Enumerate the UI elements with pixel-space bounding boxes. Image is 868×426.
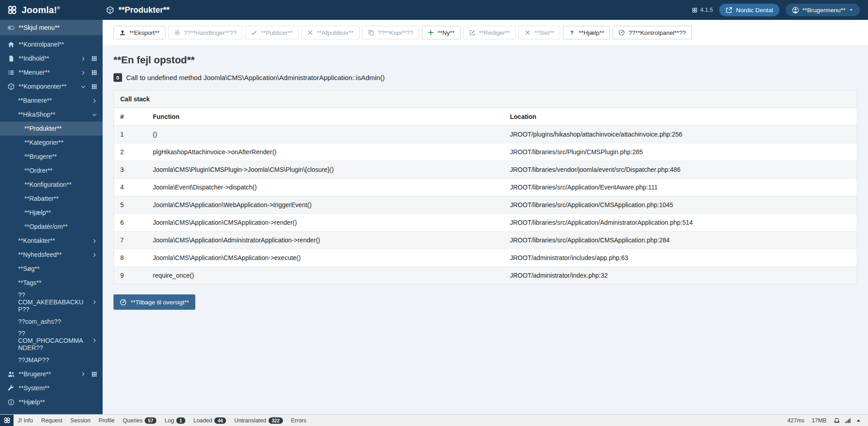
site-preview-button[interactable]: Nordic Dental: [719, 4, 779, 16]
toggle-menu-button[interactable]: **Skjul menu**: [0, 20, 103, 35]
caret-up-icon[interactable]: [855, 417, 862, 424]
debug-item-label: Untranslated: [234, 417, 266, 424]
grid-icon[interactable]: [91, 371, 97, 377]
sidebar-item-controls: [89, 238, 97, 244]
file-icon: [8, 55, 14, 62]
debug-item-queries[interactable]: Queries57: [119, 415, 160, 426]
callstack-row: 5Joomla\CMS\Application\WebApplication->…: [114, 196, 857, 214]
toolbar-button-eksport[interactable]: **Eksport**: [113, 26, 165, 39]
cell-function: require_once(): [146, 267, 504, 284]
grid-icon[interactable]: [91, 84, 97, 90]
toolbar-button-ny[interactable]: **Ny**: [422, 26, 461, 39]
callstack-header-row: # Function Location: [114, 108, 857, 126]
cell-number: 7: [114, 232, 146, 249]
column-header-number: #: [114, 108, 146, 126]
cogs-icon: [174, 29, 180, 36]
grid-icon[interactable]: [91, 70, 97, 76]
sidebar-item-rabatter[interactable]: **Rabatter**: [0, 192, 103, 206]
debug-item-session[interactable]: Session: [66, 415, 94, 426]
toolbar-button-kopi: ??**Kopi**??: [362, 26, 419, 39]
chevron-right-icon: [92, 252, 97, 258]
cell-function: Joomla\CMS\Application\CMSApplication->e…: [146, 249, 504, 267]
cell-function: Joomla\CMS\Application\AdministratorAppl…: [146, 232, 504, 249]
sidebar-item-jmap[interactable]: ??JMAP??: [0, 353, 103, 367]
sidebar-item-indhold[interactable]: **Indhold**: [0, 52, 103, 66]
sidebar-item-kategorier[interactable]: **Kategorier**: [0, 136, 103, 150]
sidebar-item-hikashop[interactable]: **HikaShop**: [0, 108, 103, 122]
tray-icon[interactable]: [834, 417, 840, 424]
sidebar-item-brugere[interactable]: **Brugere**: [0, 150, 103, 164]
sidebar-item-hjælp[interactable]: **Hjælp**: [0, 206, 103, 220]
callstack-row: 3Joomla\CMS\Plugin\CMSPlugin->Joomla\CMS…: [114, 161, 857, 179]
sidebar-item-label: **Komponenter**: [19, 83, 66, 90]
sidebar-item-label: **Indhold**: [19, 55, 49, 62]
sidebar-item-controls: [89, 252, 97, 258]
sidebar-item-bannere[interactable]: **Bannere**: [0, 94, 103, 108]
debug-item-errors[interactable]: Errors: [287, 415, 311, 426]
sidebar-item-produkter[interactable]: **Produkter**: [0, 122, 103, 136]
debug-item-j-info[interactable]: J! Info: [14, 415, 37, 426]
joomla-debug-icon: [4, 417, 10, 424]
sidebar-item-ordrer[interactable]: **Ordrer**: [0, 164, 103, 178]
back-to-dashboard-button[interactable]: **Tilbage til oversigt**: [113, 294, 195, 310]
sidebar-item-kontrolpanel[interactable]: **Kontrolpanel**: [0, 38, 103, 52]
callstack-row: 9require_once()JROOT/administrator/index…: [114, 267, 857, 284]
sidebar-item-com-akeebabackup[interactable]: ??COM_AKEEBABACKUP??: [0, 290, 103, 314]
sidebar-item-hjælp[interactable]: **Hjælp**: [0, 395, 103, 409]
sidebar-item-label: **Søg**: [18, 265, 39, 272]
sidebar-item-menuer[interactable]: **Menuer**: [0, 66, 103, 80]
sidebar-item-nyhedsfeed[interactable]: **Nyhedsfeed**: [0, 248, 103, 262]
debug-item-loaded[interactable]: Loaded44: [189, 415, 230, 426]
cell-number: 5: [114, 196, 146, 214]
toolbar-button-label: ??**Kontrolpanel**??: [628, 29, 686, 36]
debug-item-untranslated[interactable]: Untranslated322: [230, 415, 287, 426]
chevron-down-icon: [80, 84, 86, 90]
toolbar-button-hjælp[interactable]: ?**Hjælp**: [563, 26, 610, 39]
grid-icon[interactable]: [91, 56, 97, 62]
error-message: 0 Call to undefined method Joomla\CMS\Ap…: [113, 73, 857, 82]
signal-icon[interactable]: [844, 417, 851, 424]
caret-down-icon: [849, 8, 854, 12]
wrench-icon: [8, 385, 14, 392]
gauge-icon: [120, 299, 127, 306]
cell-number: 4: [114, 179, 146, 196]
debug-item-badge: 44: [214, 417, 226, 424]
joomla-version-icon: [692, 7, 698, 13]
plus-icon: [428, 29, 434, 36]
user-menu-button[interactable]: **Brugermenu**: [786, 4, 860, 16]
sidebar-item-label: ??JMAP??: [18, 356, 49, 364]
debug-item-profile[interactable]: Profile: [94, 415, 118, 426]
sidebar-item-controls: [78, 84, 97, 90]
user-circle-icon: [792, 7, 799, 14]
sidebar-item-label: **Nyhedsfeed**: [18, 251, 62, 258]
sidebar-item-brugere[interactable]: **Brugere**: [0, 367, 103, 381]
sidebar-item-komponenter[interactable]: **Komponenter**: [0, 80, 103, 94]
sidebar-item-label: **System**: [19, 384, 49, 392]
sidebar-item-system[interactable]: **System**: [0, 381, 103, 395]
sidebar-item-søg[interactable]: **Søg**: [0, 262, 103, 276]
sidebar-item-controls: [78, 371, 97, 377]
sidebar-item-com-ashs[interactable]: ??com_ashs??: [0, 314, 103, 328]
callstack-table: Call stack # Function Location 1()JROOT/…: [113, 90, 857, 284]
debug-item-request[interactable]: Request: [37, 415, 66, 426]
debug-item-log[interactable]: Log1: [160, 415, 189, 426]
sidebar-item-label: **HikaShop**: [18, 111, 56, 118]
sidebar-item-com-phocacommander[interactable]: ??COM_PHOCACOMMANDER??: [0, 328, 103, 353]
callstack-row: 1()JROOT/plugins/hikashop/attachinvoice/…: [114, 126, 857, 143]
toolbar-button-kontrolpanel[interactable]: ??**Kontrolpanel**??: [613, 26, 692, 39]
chevron-right-icon: [92, 338, 97, 343]
toolbar-button-label: **Slet**: [534, 29, 554, 36]
sidebar-item-konfiguration[interactable]: **Konfiguration**: [0, 178, 103, 192]
sidebar-item-opdatér-om[interactable]: **Opdatér/om**: [0, 220, 103, 234]
version-label: 4.1.5: [692, 7, 713, 13]
edit-icon: [469, 29, 476, 36]
sidebar-item-label: **Brugere**: [24, 153, 57, 160]
toolbar-button-rediger: **Rediger**: [463, 26, 516, 39]
sidebar-item-tags[interactable]: **Tags**: [0, 276, 103, 290]
sidebar-item-kontakter[interactable]: **Kontakter**: [0, 234, 103, 248]
toggle-menu-label: **Skjul menu**: [19, 24, 60, 31]
sidebar-item-label: ??COM_PHOCACOMMANDER??: [18, 330, 85, 351]
header-right: 4.1.5 Nordic Dental **Brugermenu**: [692, 4, 868, 16]
toggle-menu-icon: [8, 24, 14, 31]
toolbar-button-label: **Publicer**: [261, 29, 292, 36]
